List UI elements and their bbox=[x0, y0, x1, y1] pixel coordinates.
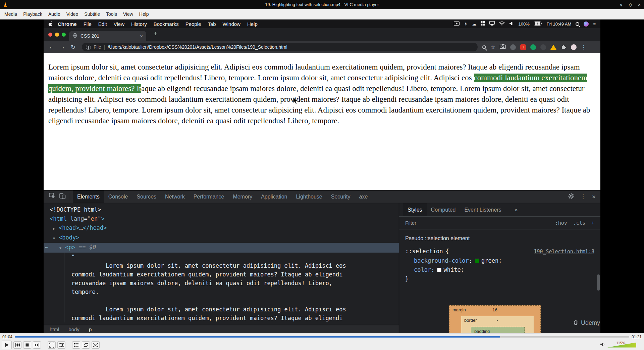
devtools-tab-elements[interactable]: Elements bbox=[73, 190, 104, 203]
page-info-icon[interactable] bbox=[86, 45, 91, 50]
next-button[interactable] bbox=[33, 341, 41, 349]
mac-menu-window[interactable]: Window bbox=[219, 21, 244, 27]
sidebar-tab-styles[interactable]: Styles bbox=[403, 203, 427, 216]
mac-menu-bookmarks[interactable]: Bookmarks bbox=[150, 21, 182, 27]
vlc-menu-subtitle[interactable]: Subtitle bbox=[81, 9, 103, 19]
box-model-margin-top-value[interactable]: 16 bbox=[449, 307, 540, 312]
brightness-icon[interactable]: ☀ bbox=[464, 21, 468, 27]
vlc-menu-view[interactable]: View bbox=[120, 9, 136, 19]
dom-node[interactable]: <!DOCTYPE html> bbox=[44, 205, 399, 214]
devtools-tab-lighthouse[interactable]: Lighthouse bbox=[291, 190, 326, 203]
expanded-arrow-icon[interactable]: ▼ bbox=[59, 244, 65, 253]
device-toolbar-icon[interactable] bbox=[59, 193, 66, 201]
breadcrumb-body[interactable]: body bbox=[68, 326, 79, 332]
loop-button[interactable] bbox=[82, 341, 90, 349]
mac-menu-people[interactable]: People bbox=[182, 21, 205, 27]
mac-menu-file[interactable]: File bbox=[80, 21, 95, 27]
devtools-tab-sources[interactable]: Sources bbox=[132, 190, 161, 203]
screenshot-extension-icon[interactable] bbox=[500, 44, 506, 50]
extension-dark-icon[interactable] bbox=[540, 44, 546, 50]
mac-menu-edit[interactable]: Edit bbox=[95, 21, 110, 27]
browser-tab-css-201[interactable]: CSS 201 × bbox=[69, 31, 146, 41]
collapsed-arrow-icon[interactable]: ▶ bbox=[53, 224, 59, 233]
extension-triangle-icon[interactable] bbox=[550, 45, 556, 50]
styles-toggle-item[interactable]: + bbox=[591, 220, 594, 226]
color-swatch[interactable] bbox=[475, 259, 479, 263]
box-model-padding-box[interactable]: padding bbox=[471, 327, 525, 333]
dom-node[interactable]: ▶<head>…</head> bbox=[44, 223, 399, 233]
extension-red-badge-icon[interactable]: 1 bbox=[520, 44, 526, 50]
mac-app-menu-chrome[interactable]: Chrome bbox=[54, 21, 80, 27]
devtools-tab-security[interactable]: Security bbox=[327, 190, 355, 203]
extension-green-icon[interactable] bbox=[530, 44, 536, 50]
playlist-button[interactable] bbox=[72, 341, 80, 349]
volume-menu-icon[interactable] bbox=[509, 21, 514, 27]
sidebar-tab-computed[interactable]: Computed bbox=[427, 203, 460, 216]
css-selector[interactable]: ::selection bbox=[405, 247, 443, 256]
breadcrumb-p[interactable]: p bbox=[89, 326, 92, 332]
shuffle-button[interactable] bbox=[92, 341, 100, 349]
volume-control[interactable]: 115% bbox=[600, 342, 642, 348]
stop-button[interactable] bbox=[23, 341, 31, 349]
speaker-icon[interactable] bbox=[600, 342, 605, 348]
devtools-tab-network[interactable]: Network bbox=[161, 190, 189, 203]
extension-gray-icon[interactable] bbox=[510, 44, 516, 50]
devtools-tab-axe[interactable]: axe bbox=[355, 190, 372, 203]
mac-zoom-button[interactable] bbox=[62, 33, 66, 37]
back-button[interactable]: ← bbox=[47, 44, 56, 50]
tab-close-icon[interactable]: × bbox=[140, 33, 143, 39]
devtools-kebab-icon[interactable]: ⋮ bbox=[580, 193, 586, 200]
devtools-close-icon[interactable]: × bbox=[592, 193, 596, 201]
css-source-link[interactable]: 190_Selection.html:8 bbox=[534, 247, 594, 256]
menubar-clock[interactable]: Fri 10:49 AM bbox=[547, 21, 572, 27]
video-frame[interactable]: Chrome FileEditViewHistoryBookmarksPeopl… bbox=[44, 19, 600, 333]
dom-node[interactable]: <html lang="en"> bbox=[44, 214, 399, 223]
mac-minimize-button[interactable] bbox=[55, 33, 59, 37]
extensions-puzzle-icon[interactable] bbox=[561, 44, 567, 51]
reload-button[interactable]: ↻ bbox=[68, 44, 78, 51]
control-center-icon[interactable]: ≡ bbox=[593, 21, 596, 27]
box-model-diagram[interactable]: margin 16 border - padding bbox=[449, 305, 541, 333]
airplay-display-icon[interactable] bbox=[489, 21, 495, 27]
expanded-arrow-icon[interactable]: ▼ bbox=[53, 234, 59, 243]
battery-icon[interactable] bbox=[534, 21, 542, 27]
devtools-tab-application[interactable]: Application bbox=[257, 190, 291, 203]
mac-menu-history[interactable]: History bbox=[128, 21, 150, 27]
devtools-tab-memory[interactable]: Memory bbox=[228, 190, 257, 203]
inspect-element-icon[interactable] bbox=[49, 193, 56, 201]
apple-menu-icon[interactable] bbox=[48, 21, 53, 27]
devtools-settings-gear-icon[interactable] bbox=[568, 193, 574, 201]
window-grid-icon[interactable] bbox=[481, 21, 485, 27]
more-tabs-icon[interactable]: » bbox=[515, 207, 518, 213]
browser-menu-kebab-icon[interactable]: ⋮ bbox=[581, 44, 586, 50]
vlc-menu-tools[interactable]: Tools bbox=[103, 9, 120, 19]
play-button[interactable] bbox=[2, 341, 12, 349]
styles-toggle-cls[interactable]: .cls bbox=[573, 220, 585, 226]
new-tab-button[interactable]: + bbox=[154, 30, 157, 38]
color-swatch[interactable] bbox=[437, 268, 441, 272]
css-declaration-background-color[interactable]: background-color:green; bbox=[405, 256, 594, 265]
fullscreen-button[interactable] bbox=[48, 341, 56, 349]
mac-menu-view[interactable]: View bbox=[110, 21, 128, 27]
vlc-menu-help[interactable]: Help bbox=[136, 9, 152, 19]
cloud-icon[interactable]: ☁ bbox=[472, 21, 476, 27]
previous-button[interactable] bbox=[13, 341, 21, 349]
extension-light-icon[interactable] bbox=[571, 44, 577, 50]
address-bar[interactable]: File | /Users/kalobtaulien/Dropbox/CSS%2… bbox=[82, 43, 478, 51]
forward-button[interactable]: → bbox=[58, 44, 67, 50]
devtools-tab-performance[interactable]: Performance bbox=[189, 190, 229, 203]
wifi-icon[interactable] bbox=[499, 21, 505, 27]
styles-scrollbar-thumb[interactable] bbox=[597, 274, 600, 291]
box-model-border-top-value[interactable]: - bbox=[461, 318, 534, 323]
sidebar-tab-event-listeners[interactable]: Event Listeners bbox=[460, 203, 505, 216]
bookmark-star-icon[interactable]: ☆ bbox=[490, 44, 495, 51]
mac-close-button[interactable] bbox=[48, 33, 52, 37]
mac-menu-help[interactable]: Help bbox=[244, 21, 261, 27]
vlc-menu-audio[interactable]: Audio bbox=[45, 9, 63, 19]
mac-menu-tab[interactable]: Tab bbox=[204, 21, 219, 27]
siri-icon[interactable] bbox=[584, 21, 589, 27]
breadcrumb-html[interactable]: html bbox=[50, 326, 59, 332]
styles-toggle-hov[interactable]: :hov bbox=[555, 220, 567, 226]
dom-node[interactable]: ⋯▼<p> == $0 bbox=[44, 243, 399, 253]
minimize-button[interactable]: ∨ bbox=[620, 2, 623, 7]
